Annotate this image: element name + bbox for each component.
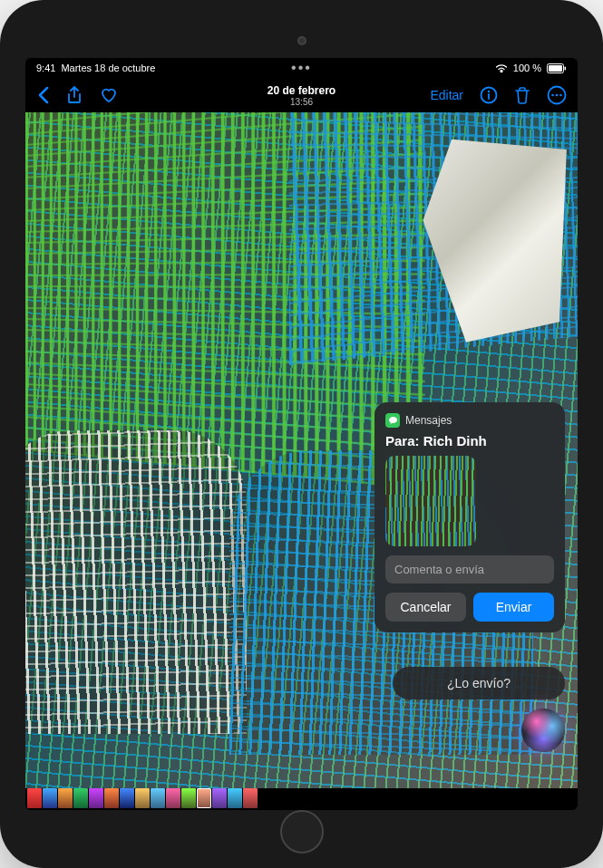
siri-compose-card: Mensajes Para: Rich Dinh Cancelar Enviar [374, 402, 565, 632]
thumbnail[interactable] [89, 788, 103, 808]
attachment-thumbnail[interactable] [385, 456, 476, 546]
edit-button[interactable]: Editar [430, 88, 463, 102]
svg-rect-1 [549, 65, 562, 72]
status-date: Martes 18 de octubre [61, 63, 155, 73]
thumbnail[interactable] [58, 788, 73, 808]
thumbnail[interactable] [151, 788, 165, 808]
multitasking-dots-icon[interactable]: ••• [291, 60, 312, 76]
messages-app-icon [385, 413, 400, 428]
share-icon[interactable] [67, 86, 82, 104]
photos-nav-bar: 20 de febrero 13:56 Editar [25, 78, 578, 112]
svg-point-8 [559, 94, 562, 97]
svg-rect-2 [565, 66, 567, 70]
screen: 9:41 Martes 18 de octubre ••• 100 % [25, 58, 578, 810]
trash-icon[interactable] [514, 86, 530, 104]
siri-followup: ¿Lo envío? [393, 667, 565, 752]
message-input[interactable] [385, 555, 554, 583]
photo-date-label: 20 de febrero 13:56 [267, 84, 336, 107]
front-camera [297, 36, 306, 45]
thumbnail[interactable] [43, 788, 57, 808]
thumbnail[interactable] [181, 788, 196, 808]
thumbnail[interactable] [27, 788, 42, 808]
cancel-button[interactable]: Cancelar [385, 593, 466, 622]
home-button[interactable] [280, 810, 324, 854]
back-chevron-icon[interactable] [36, 86, 49, 104]
status-time: 9:41 [36, 63, 55, 73]
recipient-name: Rich Dinh [423, 433, 487, 448]
send-button[interactable]: Enviar [473, 593, 554, 622]
recipient-line: Para: Rich Dinh [385, 433, 554, 448]
thumbnail[interactable] [228, 788, 242, 808]
svg-point-7 [556, 94, 559, 97]
thumbnail[interactable] [135, 788, 150, 808]
wifi-icon [495, 63, 508, 73]
more-ellipsis-icon[interactable] [547, 85, 567, 105]
thumbnail[interactable] [166, 788, 180, 808]
thumbnail[interactable] [243, 788, 258, 808]
thumbnail[interactable] [212, 788, 227, 808]
thumbnail[interactable] [73, 788, 88, 808]
svg-point-6 [551, 94, 554, 97]
app-name-label: Mensajes [405, 414, 452, 427]
thumbnail[interactable] [104, 788, 119, 808]
thumbnail-selected[interactable] [197, 788, 211, 808]
thumbnail[interactable] [120, 788, 134, 808]
svg-point-4 [488, 91, 490, 92]
thumbnail-strip[interactable] [25, 788, 578, 810]
battery-icon [547, 63, 567, 73]
info-icon[interactable] [480, 86, 498, 104]
siri-prompt-bubble: ¿Lo envío? [393, 667, 565, 699]
status-bar: 9:41 Martes 18 de octubre ••• 100 % [25, 58, 578, 78]
favorite-heart-icon[interactable] [100, 87, 118, 103]
battery-percent: 100 % [513, 63, 541, 73]
siri-orb-icon[interactable] [521, 709, 565, 752]
ipad-frame: 9:41 Martes 18 de octubre ••• 100 % [0, 0, 603, 868]
